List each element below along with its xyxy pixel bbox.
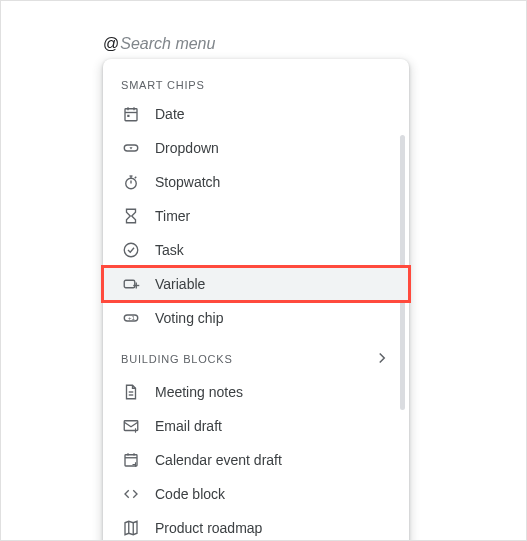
calendar-event-icon (121, 450, 141, 470)
menu-item-label: Task (155, 242, 184, 258)
email-draft-icon (121, 416, 141, 436)
section-header-label: BUILDING BLOCKS (121, 353, 233, 365)
section-header-smart-chips: SMART CHIPS (103, 73, 409, 97)
menu-item-variable[interactable]: Variable (103, 267, 409, 301)
menu-item-label: Meeting notes (155, 384, 243, 400)
product-roadmap-icon (121, 518, 141, 538)
menu-item-timer[interactable]: Timer (103, 199, 409, 233)
menu-item-calendar-event[interactable]: Calendar event draft (103, 443, 409, 477)
search-placeholder: Search menu (120, 35, 215, 53)
section-header-building-blocks[interactable]: BUILDING BLOCKS (103, 343, 409, 375)
menu-item-label: Product roadmap (155, 520, 262, 536)
svg-text:+1: +1 (128, 315, 136, 321)
date-icon (121, 104, 141, 124)
at-symbol: @ (103, 35, 119, 53)
menu-item-task[interactable]: Task (103, 233, 409, 267)
menu-item-label: Calendar event draft (155, 452, 282, 468)
svg-rect-0 (125, 109, 137, 121)
svg-rect-12 (124, 280, 135, 288)
svg-line-10 (135, 177, 137, 179)
search-area[interactable]: @ Search menu (103, 35, 215, 53)
menu-item-label: Stopwatch (155, 174, 220, 190)
voting-chip-icon: +1 (121, 308, 141, 328)
code-block-icon (121, 484, 141, 504)
dropdown-icon (121, 138, 141, 158)
section-header-label: SMART CHIPS (121, 79, 205, 91)
menu-item-code-block[interactable]: Code block (103, 477, 409, 511)
task-icon (121, 240, 141, 260)
chevron-right-icon (373, 349, 391, 369)
menu-item-meeting-notes[interactable]: Meeting notes (103, 375, 409, 409)
menu-item-dropdown[interactable]: Dropdown (103, 131, 409, 165)
menu-item-product-roadmap[interactable]: Product roadmap (103, 511, 409, 541)
svg-rect-4 (127, 115, 129, 117)
menu-item-label: Variable (155, 276, 205, 292)
menu-item-label: Voting chip (155, 310, 224, 326)
meeting-notes-icon (121, 382, 141, 402)
menu-item-date[interactable]: Date (103, 97, 409, 131)
menu-item-label: Date (155, 106, 185, 122)
menu-item-voting-chip[interactable]: +1 Voting chip (103, 301, 409, 335)
timer-icon (121, 206, 141, 226)
menu-item-email-draft[interactable]: Email draft (103, 409, 409, 443)
menu-panel: SMART CHIPS Date Dropdown Stopwatch Time… (103, 59, 409, 541)
stopwatch-icon (121, 172, 141, 192)
menu-item-label: Code block (155, 486, 225, 502)
svg-point-11 (124, 243, 138, 257)
variable-icon (121, 274, 141, 294)
menu-item-stopwatch[interactable]: Stopwatch (103, 165, 409, 199)
menu-item-label: Dropdown (155, 140, 219, 156)
menu-item-label: Timer (155, 208, 190, 224)
menu-item-label: Email draft (155, 418, 222, 434)
